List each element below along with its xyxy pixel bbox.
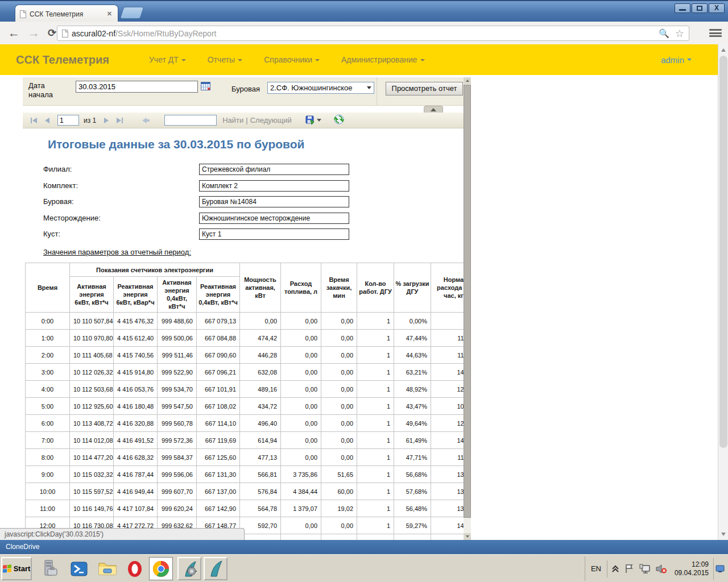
- scroll-up-icon[interactable]: [719, 45, 727, 55]
- time-cell[interactable]: 8:00: [26, 449, 70, 466]
- volume-muted-icon[interactable]: [656, 564, 667, 574]
- parent-report-button[interactable]: [142, 118, 150, 123]
- window-minimize-button[interactable]: [675, 3, 690, 13]
- app-gear-fin-icon[interactable]: [177, 557, 201, 580]
- last-page-button[interactable]: [117, 118, 123, 123]
- time-cell[interactable]: 4:00: [26, 381, 70, 398]
- start-date-input[interactable]: [76, 81, 198, 93]
- time-cell[interactable]: 7:00: [26, 432, 70, 449]
- time-cell[interactable]: 1:00: [26, 330, 70, 347]
- refresh-button[interactable]: [334, 114, 344, 127]
- show-hidden-icons-button[interactable]: [612, 565, 619, 573]
- value-cell: 1: [357, 432, 394, 449]
- field-label: Комплект:: [43, 181, 78, 190]
- app-brand[interactable]: ССК Телеметрия: [16, 53, 109, 66]
- value-cell: 4 415 740,56: [114, 347, 158, 364]
- scroll-up-icon[interactable]: [464, 77, 471, 84]
- first-page-button[interactable]: [31, 118, 37, 123]
- new-tab-button[interactable]: [120, 7, 144, 19]
- start-button[interactable]: Start: [1, 557, 32, 580]
- bookmark-star-icon[interactable]: ☆: [675, 27, 684, 40]
- previous-page-button[interactable]: [45, 118, 49, 123]
- url-path: /Ssk/Home/RtuByDayReport: [115, 29, 653, 38]
- powershell-icon[interactable]: [67, 557, 91, 580]
- chrome-icon[interactable]: [149, 557, 173, 580]
- time-cell[interactable]: 2:00: [26, 347, 70, 364]
- value-cell: 4 416 787,44: [114, 466, 158, 483]
- time-cell[interactable]: 6:00: [26, 415, 70, 432]
- window-maximize-button[interactable]: [692, 3, 708, 13]
- table-row: 1:0010 110 970,804 415 612,40999 500,066…: [26, 330, 464, 347]
- col-header-1: Расход топлива, л: [281, 263, 321, 313]
- search-input[interactable]: [164, 115, 217, 126]
- value-cell: 999 534,70: [158, 381, 197, 398]
- network-icon[interactable]: [639, 564, 651, 574]
- report-scrollbar[interactable]: [464, 77, 471, 540]
- page-icon: [20, 10, 26, 18]
- browser-menu-button[interactable]: [709, 27, 722, 39]
- server-manager-icon[interactable]: [39, 557, 63, 580]
- show-desktop-button[interactable]: [713, 558, 726, 580]
- value-cell: 0,00: [281, 381, 321, 398]
- forward-button[interactable]: →: [28, 26, 40, 40]
- current-page-input[interactable]: [57, 115, 79, 126]
- find-next-link[interactable]: Следующий: [250, 116, 292, 124]
- system-tray: EN 12:09 09.04.2015: [585, 556, 726, 581]
- view-report-button[interactable]: Просмотреть отчет: [386, 82, 463, 95]
- time-cell[interactable]: 11:00: [26, 500, 70, 517]
- time-cell[interactable]: 0:00: [26, 313, 70, 330]
- time-cell[interactable]: 5:00: [26, 398, 70, 415]
- next-page-button[interactable]: [104, 118, 109, 123]
- action-center-flag-icon[interactable]: [624, 564, 634, 574]
- chevron-up-icon: [431, 108, 436, 111]
- value-cell: 614,94: [240, 432, 281, 449]
- url-page-icon: [62, 30, 68, 38]
- tab-close-icon[interactable]: ✕: [106, 10, 113, 18]
- nav-item-0[interactable]: Учет ДТ: [149, 55, 186, 64]
- time-cell[interactable]: 3:00: [26, 364, 70, 381]
- value-cell: 999 620,24: [158, 500, 197, 517]
- reload-button[interactable]: ⟳: [48, 27, 56, 39]
- value-cell: 10 115 032,32: [70, 466, 114, 483]
- file-explorer-icon[interactable]: [96, 557, 119, 580]
- nav-item-1[interactable]: Отчеты: [208, 55, 242, 64]
- table-row: 7:0010 114 012,084 416 491,52999 572,366…: [26, 432, 464, 449]
- nav-item-3[interactable]: Администрирование: [341, 55, 425, 64]
- rig-select[interactable]: 2.СФ. Южношингинское: [267, 82, 374, 94]
- save-disk-icon: [305, 115, 315, 125]
- user-menu[interactable]: admin: [661, 44, 692, 75]
- language-indicator[interactable]: EN: [591, 564, 601, 573]
- col-group-header-meters: Показания счетчиков электроэнергии: [70, 263, 240, 277]
- calendar-icon[interactable]: [201, 81, 211, 93]
- scroll-down-icon[interactable]: [464, 533, 471, 540]
- time-cell[interactable]: 10:00: [26, 483, 70, 500]
- value-cell: 4 417 107,84: [114, 500, 158, 517]
- tray-clock[interactable]: 12:09 09.04.2015: [675, 560, 709, 577]
- value-cell: 1: [357, 313, 394, 330]
- report-field-row: Буровая:Буровая №14084: [43, 196, 453, 207]
- value-cell: 446,28: [240, 347, 281, 364]
- value-cell: 0,0: [431, 313, 464, 330]
- window-close-button[interactable]: X: [709, 3, 725, 13]
- browser-scrollbar[interactable]: [718, 44, 728, 540]
- find-link[interactable]: Найти: [222, 116, 243, 124]
- zoom-icon[interactable]: 🔍: [659, 28, 669, 39]
- time-cell[interactable]: 9:00: [26, 466, 70, 483]
- browser-tab[interactable]: ССК Телеметрия ✕: [15, 5, 118, 23]
- app-fin-icon[interactable]: [204, 557, 228, 580]
- collapse-parameters-button[interactable]: [424, 106, 443, 113]
- scrollbar-thumb[interactable]: [464, 85, 471, 518]
- address-bar[interactable]: ascural02-nf/Ssk/Home/RtuByDayReport 🔍 ☆: [57, 26, 689, 41]
- table-row: 2:0010 111 405,684 415 740,56999 511,466…: [26, 347, 464, 364]
- back-button[interactable]: ←: [8, 26, 20, 40]
- value-cell: 4 416 180,48: [114, 398, 158, 415]
- value-cell: 0,00: [321, 381, 357, 398]
- value-cell: 434,72: [240, 398, 281, 415]
- scroll-down-icon[interactable]: [719, 530, 727, 539]
- nav-item-2[interactable]: Справочники: [264, 55, 320, 64]
- opera-icon[interactable]: [123, 557, 147, 580]
- value-cell: 564,78: [240, 500, 281, 517]
- export-button[interactable]: [305, 115, 321, 125]
- background-window-titlebar[interactable]: CloneDrive: [0, 540, 728, 554]
- scrollbar-thumb[interactable]: [719, 56, 727, 448]
